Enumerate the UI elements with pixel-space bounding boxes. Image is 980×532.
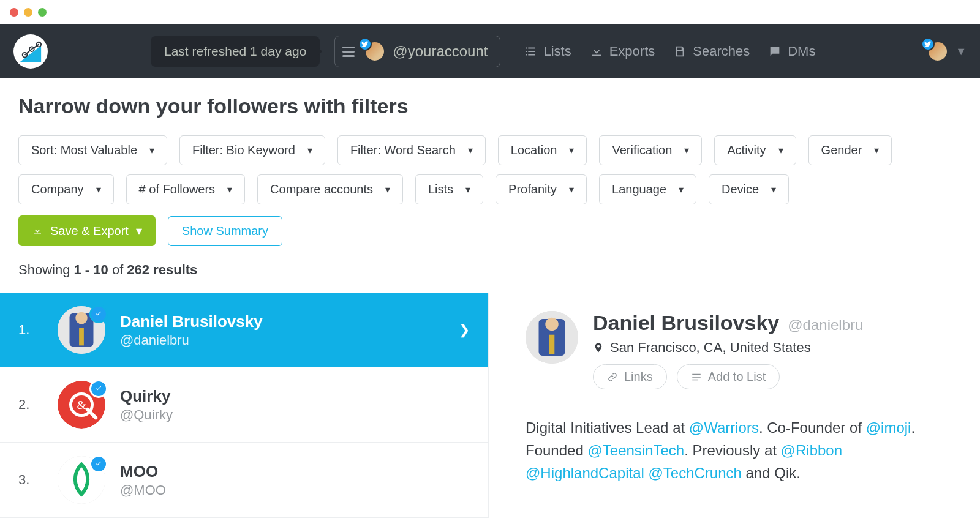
bio-mention-link[interactable]: @imoji [866,419,911,436]
links-button[interactable]: Links [593,364,667,389]
hamburger-icon [342,47,355,57]
last-refreshed-text: Last refreshed 1 day ago [164,44,306,58]
verified-badge-icon [89,305,108,323]
app-logo[interactable] [13,34,48,69]
bio-mention-link[interactable]: @Ribbon [781,442,842,459]
download-icon [590,45,603,58]
list-item[interactable]: 3.MOO@MOO❯ [0,443,488,518]
filter-label: Lists [428,182,453,197]
bio-mention-link[interactable]: @HighlandCapital [526,465,644,481]
filter-dropdown[interactable]: Filter: Bio Keyword [179,135,325,165]
filter-label: Profanity [508,182,557,197]
filter-label: Sort: Most Valuable [31,143,137,157]
chevron-down-icon [466,184,470,195]
list-item-handle: @danielbru [120,332,263,348]
list-item[interactable]: 2.&Quirky@Quirky❯ [0,367,488,443]
filter-label: Language [612,182,666,197]
chevron-down-icon [96,184,101,195]
list-item[interactable]: 1.Daniel Brusilovsky@danielbru❯ [0,293,488,367]
filter-label: # of Followers [139,182,216,197]
detail-location: San Francisco, CA, United States [610,340,811,356]
chevron-down-icon [385,184,390,195]
link-icon [607,372,618,383]
location-icon [593,342,604,353]
messages-icon [768,45,782,58]
filter-row-2: Company# of FollowersCompare accountsLis… [18,174,962,204]
filter-label: Filter: Bio Keyword [192,143,295,157]
page-body: Narrow down your followers with filters … [0,78,980,278]
list-icon [524,45,537,58]
filter-row-1: Sort: Most ValuableFilter: Bio KeywordFi… [18,135,962,165]
save-export-button[interactable]: Save & Export [18,215,156,246]
filter-dropdown[interactable]: # of Followers [126,174,246,204]
filter-dropdown[interactable]: Sort: Most Valuable [18,135,167,165]
chevron-down-icon [569,144,574,156]
filter-label: Verification [612,143,672,157]
chevron-right-icon: ❯ [459,322,470,338]
window-close-button[interactable] [10,8,18,17]
followers-list: 1.Daniel Brusilovsky@danielbru❯2.&Quirky… [0,293,489,518]
filter-label: Company [31,182,84,197]
filter-dropdown[interactable]: Profanity [496,174,587,204]
window-zoom-button[interactable] [38,8,47,17]
chevron-down-icon [874,144,879,156]
filter-dropdown[interactable]: Activity [714,135,796,165]
svg-rect-17 [549,335,555,354]
list-item-number: 1. [18,322,43,338]
filter-dropdown[interactable]: Gender [809,135,892,165]
filter-label: Activity [727,143,766,157]
filter-dropdown[interactable]: Compare accounts [257,174,403,204]
filter-dropdown[interactable]: Language [599,174,696,204]
detail-handle: @danielbru [788,317,863,334]
filter-dropdown[interactable]: Verification [599,135,702,165]
list-item-name: MOO [120,462,166,481]
list-item-name: Daniel Brusilovsky [120,312,263,331]
chevron-down-icon [679,184,684,195]
filter-label: Device [722,182,759,197]
bio-mention-link[interactable]: @TeensinTech [587,442,684,459]
nav-exports[interactable]: Exports [590,43,655,59]
follower-detail: Daniel Brusilovsky @danielbru San Franci… [489,293,980,518]
download-icon [32,225,43,236]
filter-label: Filter: Word Search [350,143,456,157]
bio-mention-link[interactable]: @TechCrunch [648,465,741,481]
page-title: Narrow down your followers with filters [18,94,962,118]
list-item-handle: @Quirky [120,407,173,423]
results-count: Showing 1 - 10 of 262 results [18,262,962,278]
detail-avatar [526,311,578,364]
nav-dms[interactable]: DMs [768,43,815,59]
bio-mention-link[interactable]: @Warriors [689,419,759,436]
verified-badge-icon [89,455,108,473]
show-summary-button[interactable]: Show Summary [168,216,282,246]
nav-lists[interactable]: Lists [524,43,571,59]
user-menu[interactable]: ▼ [927,41,967,62]
chevron-down-icon [468,144,473,156]
verified-badge-icon [89,380,108,398]
filter-label: Location [511,143,557,157]
chevron-down-icon [307,144,312,156]
chevron-down-icon [569,184,574,195]
topbar: Last refreshed 1 day ago @youraccount Li… [0,24,980,78]
twitter-icon [921,37,935,51]
chevron-down-icon [136,223,142,238]
svg-text:&: & [77,399,86,411]
account-handle: @youraccount [393,43,488,60]
chevron-down-icon [149,144,154,156]
chevron-down-icon [684,144,689,156]
window-minimize-button[interactable] [24,8,32,17]
filter-dropdown[interactable]: Filter: Word Search [337,135,486,165]
list-icon [691,372,702,383]
filter-label: Compare accounts [270,182,373,197]
add-to-list-button[interactable]: Add to List [677,364,780,389]
nav-searches[interactable]: Searches [673,43,750,59]
filter-dropdown[interactable]: Company [18,174,114,204]
detail-name: Daniel Brusilovsky [593,311,779,335]
account-switcher[interactable]: @youraccount [334,36,500,67]
list-item-handle: @MOO [120,482,166,498]
chevron-down-icon [227,184,232,195]
filter-dropdown[interactable]: Device [709,174,789,204]
filter-dropdown[interactable]: Lists [415,174,483,204]
chevron-down-icon [771,184,776,195]
chevron-down-icon [778,144,783,156]
filter-dropdown[interactable]: Location [498,135,587,165]
